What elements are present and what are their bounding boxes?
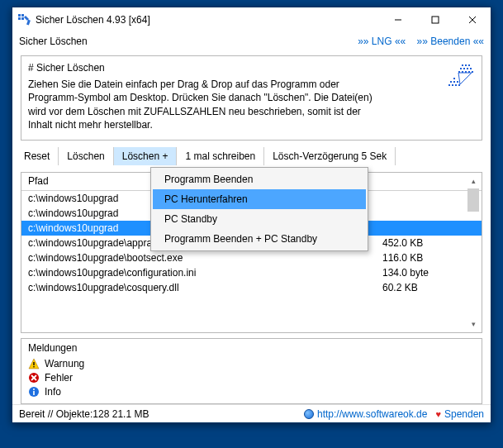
svg-rect-4 [26,20,31,26]
menu-item-shutdown[interactable]: PC Herunterfahren [153,189,366,209]
svg-rect-2 [18,17,21,20]
menu-app[interactable]: Sicher Löschen [19,36,349,47]
website-link[interactable]: http://www.softwareok.de [304,408,427,420]
info-icon [28,386,40,398]
globe-icon [304,409,314,419]
scroll-down-icon[interactable]: ▾ [467,317,480,331]
svg-rect-30 [33,362,34,365]
status-text: Bereit // Objekte:128 21.1 MB [19,408,296,420]
info-label: Info [45,386,61,398]
svg-rect-14 [467,68,468,69]
menu-exit[interactable]: »» Beenden «« [417,36,484,47]
messages-title: Meldungen [28,342,475,354]
error-icon [28,372,40,384]
svg-rect-25 [448,84,450,86]
cell-path: c:\windows10upgrade\configuration.ini [28,267,382,279]
reset-button[interactable]: Reset [21,147,59,165]
error-label: Fehler [45,372,73,384]
donate-label: Spenden [444,408,484,420]
window-controls [379,7,491,32]
svg-rect-0 [18,14,21,17]
write-once-button[interactable]: 1 mal schreiben [177,147,264,165]
svg-rect-22 [450,81,452,83]
cell-path: c:\windows10upgrade\cosquery.dll [28,282,382,293]
svg-point-36 [33,388,35,390]
statusbar: Bereit // Objekte:128 21.1 MB http://www… [12,404,491,422]
svg-rect-23 [453,81,455,83]
svg-rect-9 [462,64,463,66]
menu-item-standby[interactable]: PC Standby [153,209,366,229]
menu-item-exit-and-standby[interactable]: Programm Beenden + PC Standby [153,229,366,249]
shred-icon [447,63,475,91]
table-row[interactable]: c:\windows10upgrade\bootsect.exe116.0 KB [21,250,482,265]
warning-label: Warnung [45,358,84,369]
table-row[interactable]: c:\windows10upgrade\configuration.ini134… [21,265,482,280]
maximize-button[interactable] [416,7,453,32]
window-title: Sicher Löschen 4.93 [x64] [36,14,379,26]
svg-rect-3 [21,17,24,20]
table-row[interactable]: c:\windows10upgrade\cosquery.dll60.2 KB [21,280,482,295]
svg-rect-24 [457,81,458,83]
svg-rect-15 [470,68,472,69]
svg-rect-37 [33,391,35,395]
message-error: Fehler [28,370,475,384]
heart-icon: ♥ [435,409,441,419]
svg-rect-27 [455,84,457,86]
svg-rect-31 [33,366,34,367]
svg-rect-26 [452,84,453,86]
app-icon [17,13,31,26]
info-panel: # Sicher Löschen Ziehen Sie die Datein e… [21,55,482,141]
toolbar: Reset Löschen Löschen + 1 mal schreiben … [21,145,482,167]
info-text: Ziehen Sie die Datein einfach per Drag &… [28,78,375,131]
menu-item-exit-program[interactable]: Programm Beenden [153,169,366,189]
svg-rect-11 [468,64,470,66]
cell-path: c:\windows10upgrade\bootsect.exe [28,252,382,264]
scroll-up-icon[interactable]: ▴ [467,174,480,188]
close-button[interactable] [453,7,491,32]
svg-rect-10 [465,64,467,66]
svg-rect-1 [21,14,24,17]
message-warning: Warnung [28,356,475,370]
titlebar: Sicher Löschen 4.93 [x64] [12,7,491,32]
delete-plus-button[interactable]: Löschen + [114,147,178,165]
website-url: http://www.softwareok.de [317,408,427,420]
info-title: # Sicher Löschen [28,61,475,74]
menubar: Sicher Löschen »» LNG «« »» Beenden «« [12,32,491,50]
app-window: Sicher Löschen 4.93 [x64] Sicher Löschen… [12,7,491,423]
svg-rect-6 [432,17,439,23]
delete-button[interactable]: Löschen [59,147,113,165]
scroll-thumb[interactable] [467,188,479,212]
menu-lng[interactable]: »» LNG «« [358,36,406,47]
messages-panel: Meldungen Warnung Fehler Info [21,338,482,404]
delete-plus-menu: Programm Beenden PC Herunterfahren PC St… [150,167,368,251]
donate-link[interactable]: ♥ Spenden [435,408,484,420]
svg-rect-21 [453,78,455,79]
svg-rect-12 [460,68,462,69]
message-info: Info [28,384,475,398]
minimize-button[interactable] [379,7,416,32]
svg-rect-13 [463,68,465,69]
vertical-scrollbar[interactable]: ▴ ▾ [467,174,480,331]
warning-icon [28,358,40,369]
delete-delay-button[interactable]: Lösch-Verzögerung 5 Sek [264,147,396,165]
